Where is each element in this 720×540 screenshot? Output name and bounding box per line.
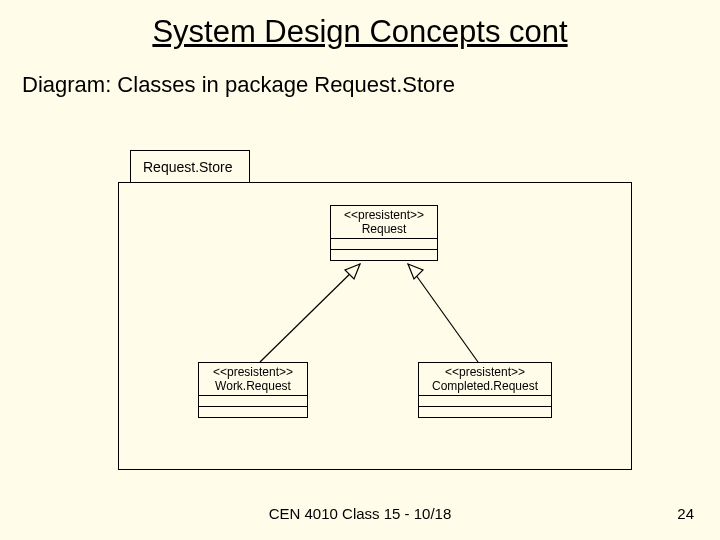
class-compartment <box>331 238 437 249</box>
footer-center: CEN 4010 Class 15 - 10/18 <box>0 505 720 522</box>
class-request-header: <<presistent>> Request <box>331 206 437 238</box>
class-work-header: <<presistent>> Work.Request <box>199 363 307 395</box>
page-number: 24 <box>677 505 694 522</box>
class-name-label: Completed.Request <box>425 379 545 393</box>
class-name-label: Work.Request <box>205 379 301 393</box>
class-compartment <box>331 249 437 260</box>
class-compartment <box>419 406 551 417</box>
class-compartment <box>199 406 307 417</box>
class-request: <<presistent>> Request <box>330 205 438 261</box>
slide-title: System Design Concepts cont <box>0 14 720 50</box>
class-work-request: <<presistent>> Work.Request <box>198 362 308 418</box>
class-compartment <box>419 395 551 406</box>
class-completed-request: <<presistent>> Completed.Request <box>418 362 552 418</box>
stereotype-label: <<presistent>> <box>337 208 431 222</box>
stereotype-label: <<presistent>> <box>425 365 545 379</box>
class-name-label: Request <box>337 222 431 236</box>
stereotype-label: <<presistent>> <box>205 365 301 379</box>
slide: System Design Concepts cont Diagram: Cla… <box>0 0 720 540</box>
class-completed-header: <<presistent>> Completed.Request <box>419 363 551 395</box>
package-tab: Request.Store <box>130 150 250 182</box>
package-name: Request.Store <box>143 159 233 175</box>
slide-subtitle: Diagram: Classes in package Request.Stor… <box>22 72 455 98</box>
class-compartment <box>199 395 307 406</box>
